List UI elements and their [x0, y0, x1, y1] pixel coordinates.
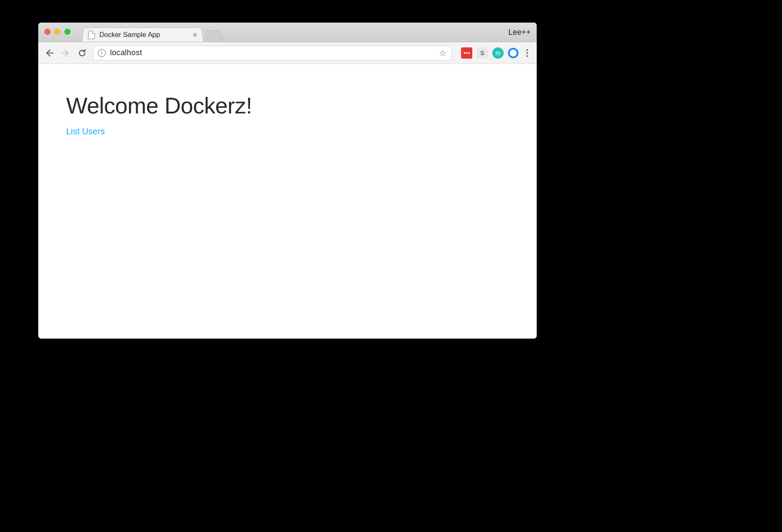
extension-blue-circle-icon[interactable] [508, 48, 518, 58]
kebab-dot-icon [526, 55, 528, 57]
bookmark-star-icon[interactable]: ☆ [439, 48, 447, 58]
page-heading: Welcome Dockerz! [66, 93, 509, 119]
nav-back-button[interactable] [43, 47, 55, 59]
extension-lastpass-icon[interactable]: ••• [461, 47, 472, 59]
nav-forward-button[interactable] [60, 47, 71, 59]
kebab-dot-icon [526, 49, 528, 51]
list-users-link[interactable]: List Users [66, 126, 105, 136]
titlebar: Docker Sample App × Lee++ [38, 23, 537, 42]
browser-tab[interactable]: Docker Sample App × [82, 27, 204, 42]
tab-strip: Docker Sample App × [82, 23, 222, 42]
reload-icon [77, 48, 87, 58]
window-controls [44, 29, 70, 35]
extension-s-icon[interactable]: S [477, 47, 488, 59]
browser-window: Docker Sample App × Lee++ [38, 23, 537, 339]
tab-close-icon[interactable]: × [192, 31, 197, 38]
chrome-menu-button[interactable] [523, 49, 531, 57]
nav-reload-button[interactable] [77, 47, 88, 59]
page-content: Welcome Dockerz! List Users [38, 64, 537, 339]
address-bar[interactable]: i localhost ☆ [93, 46, 451, 60]
window-zoom-button[interactable] [64, 29, 70, 35]
window-minimize-button[interactable] [54, 29, 60, 35]
kebab-dot-icon [526, 52, 528, 54]
toolbar: i localhost ☆ ••• S m [38, 42, 537, 64]
arrow-left-icon [44, 48, 54, 58]
tab-title: Docker Sample App [99, 31, 189, 38]
arrow-right-icon [61, 48, 70, 58]
window-close-button[interactable] [44, 29, 50, 35]
new-tab-button[interactable] [204, 30, 224, 42]
page-favicon-icon [88, 30, 96, 39]
site-info-icon[interactable]: i [98, 49, 106, 57]
profile-name-label[interactable]: Lee++ [508, 28, 531, 37]
url-text: localhost [110, 48, 434, 57]
extension-m-icon[interactable]: m [492, 47, 504, 59]
extensions-area: ••• S m [461, 47, 531, 59]
